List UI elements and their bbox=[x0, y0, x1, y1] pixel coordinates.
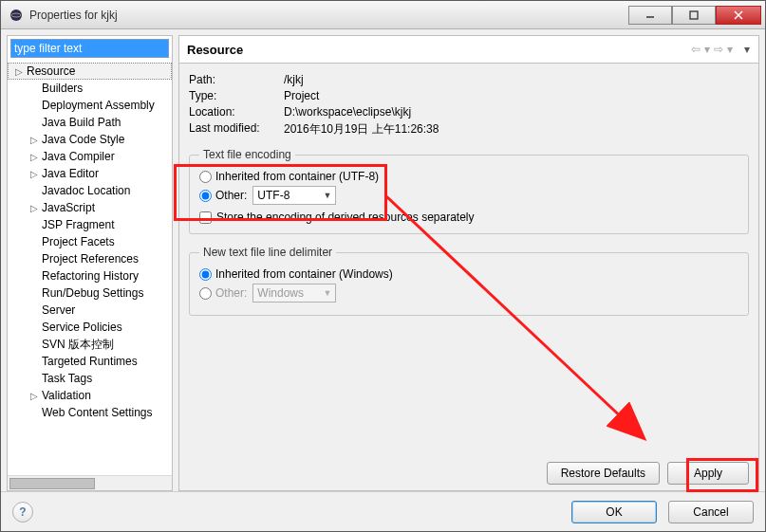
tree-item-label: Refactoring History bbox=[42, 269, 139, 283]
tree-item[interactable]: Project References bbox=[8, 250, 172, 267]
chevron-down-icon: ▼ bbox=[323, 288, 331, 298]
encoding-legend: Text file encoding bbox=[199, 148, 295, 161]
minimize-button[interactable] bbox=[628, 6, 672, 25]
chevron-down-icon: ▼ bbox=[323, 191, 331, 200]
tree-item-label: Resource bbox=[27, 64, 75, 78]
delimiter-select-value: Windows bbox=[257, 286, 304, 300]
tree-item[interactable]: JSP Fragment bbox=[8, 216, 172, 233]
window-controls bbox=[628, 6, 761, 25]
category-sidebar: ▷ResourceBuildersDeployment AssemblyJava… bbox=[7, 35, 173, 491]
twisty-icon: ▷ bbox=[13, 66, 25, 77]
delimiter-group: New text file line delimiter Inherited f… bbox=[189, 246, 749, 316]
location-label: Location: bbox=[189, 105, 284, 119]
store-derived-label: Store the encoding of derived resources … bbox=[216, 211, 475, 224]
tree-item[interactable]: Server bbox=[8, 302, 172, 319]
tree-item-label: Deployment Assembly bbox=[42, 99, 155, 112]
dialog-footer: ? OK Cancel bbox=[1, 491, 765, 531]
twisty-icon: ▷ bbox=[28, 169, 40, 179]
encoding-group: Text file encoding Inherited from contai… bbox=[189, 148, 749, 234]
panel-menu-icon[interactable]: ▾ bbox=[743, 43, 751, 56]
window-title: Properties for kjkj bbox=[29, 9, 628, 22]
tree-item[interactable]: ▷Validation bbox=[8, 387, 172, 404]
forward-icon[interactable]: ⇨ bbox=[713, 43, 724, 56]
panel-body: Path:/kjkj Type:Project Location:D:\work… bbox=[178, 64, 759, 491]
tree-item-label: Java Editor bbox=[42, 167, 99, 180]
close-button[interactable] bbox=[716, 6, 761, 25]
tree-item-label: Service Policies bbox=[42, 321, 122, 334]
tree-item[interactable]: Refactoring History bbox=[8, 267, 172, 284]
tree-item[interactable]: Javadoc Location bbox=[8, 182, 172, 199]
path-value: /kjkj bbox=[284, 73, 304, 86]
tree-item-label: Server bbox=[42, 303, 75, 317]
location-value: D:\workspace\eclipse\kjkj bbox=[284, 105, 411, 119]
panel-header: Resource ⇦ ▾ ⇨ ▾ ▾ bbox=[178, 35, 759, 64]
twisty-icon: ▷ bbox=[28, 135, 40, 145]
forward-menu-icon[interactable]: ▾ bbox=[726, 43, 734, 56]
apply-button[interactable]: Apply bbox=[667, 462, 749, 485]
delimiter-legend: New text file line delimiter bbox=[199, 246, 336, 259]
encoding-select[interactable]: UTF-8 ▼ bbox=[252, 186, 336, 205]
back-menu-icon[interactable]: ▾ bbox=[703, 43, 711, 56]
tree-item[interactable]: Java Build Path bbox=[8, 114, 172, 131]
tree-item[interactable]: ▷Resource bbox=[8, 63, 172, 80]
svg-rect-3 bbox=[690, 11, 698, 19]
delimiter-inherited-label: Inherited from container (Windows) bbox=[215, 267, 393, 281]
tree-item[interactable]: Project Facets bbox=[8, 233, 172, 250]
panel-nav-icons: ⇦ ▾ ⇨ ▾ ▾ bbox=[690, 43, 751, 56]
tree-item-label: SVN 版本控制 bbox=[42, 337, 114, 353]
tree-item[interactable]: Web Content Settings bbox=[8, 404, 172, 421]
tree-item-label: Builders bbox=[42, 82, 83, 95]
tree-item[interactable]: Deployment Assembly bbox=[8, 97, 172, 114]
tree-item[interactable]: Task Tags bbox=[8, 370, 172, 387]
tree-item[interactable]: SVN 版本控制 bbox=[8, 336, 172, 353]
properties-dialog: Properties for kjkj ▷ResourceBuildersDep… bbox=[0, 0, 766, 532]
horizontal-scrollbar[interactable] bbox=[8, 475, 172, 490]
category-tree[interactable]: ▷ResourceBuildersDeployment AssemblyJava… bbox=[8, 61, 172, 475]
filter-input[interactable] bbox=[10, 39, 169, 58]
ok-button[interactable]: OK bbox=[571, 501, 657, 523]
titlebar: Properties for kjkj bbox=[1, 1, 765, 29]
restore-defaults-button[interactable]: Restore Defaults bbox=[547, 462, 660, 485]
tree-item[interactable]: ▷Java Editor bbox=[8, 165, 172, 182]
tree-item[interactable]: ▷JavaScript bbox=[8, 199, 172, 216]
delimiter-other-radio[interactable] bbox=[199, 287, 212, 300]
tree-item-label: Web Content Settings bbox=[42, 406, 153, 419]
back-icon[interactable]: ⇦ bbox=[690, 43, 701, 56]
twisty-icon: ▷ bbox=[28, 203, 40, 213]
encoding-inherited-radio[interactable] bbox=[199, 171, 212, 183]
dialog-body: ▷ResourceBuildersDeployment AssemblyJava… bbox=[1, 29, 765, 491]
panel-heading: Resource bbox=[187, 43, 690, 57]
tree-item-label: Javadoc Location bbox=[42, 184, 130, 197]
encoding-other-radio[interactable] bbox=[199, 190, 212, 202]
type-label: Type: bbox=[189, 89, 284, 102]
tree-item[interactable]: Targeted Runtimes bbox=[8, 353, 172, 370]
help-icon[interactable]: ? bbox=[12, 502, 33, 523]
tree-item[interactable]: Builders bbox=[8, 80, 172, 97]
delimiter-other-label: Other: bbox=[215, 286, 247, 300]
tree-item[interactable]: Run/Debug Settings bbox=[8, 284, 172, 302]
tree-item[interactable]: ▷Java Code Style bbox=[8, 131, 172, 148]
encoding-select-value: UTF-8 bbox=[257, 189, 290, 202]
tree-item-label: Task Tags bbox=[42, 372, 92, 385]
eclipse-icon bbox=[9, 8, 24, 23]
tree-item-label: JavaScript bbox=[42, 201, 95, 214]
tree-item-label: Project Facets bbox=[42, 235, 115, 248]
twisty-icon: ▷ bbox=[28, 152, 40, 162]
cancel-button[interactable]: Cancel bbox=[668, 501, 754, 523]
tree-item-label: Project References bbox=[42, 252, 139, 266]
delimiter-select: Windows ▼ bbox=[252, 284, 336, 303]
encoding-inherited-label: Inherited from container (UTF-8) bbox=[215, 170, 379, 183]
resource-panel: Resource ⇦ ▾ ⇨ ▾ ▾ Path:/kjkj Type:Proje… bbox=[178, 35, 759, 491]
tree-item-label: Validation bbox=[42, 389, 91, 402]
tree-item-label: Java Code Style bbox=[42, 133, 124, 146]
maximize-button[interactable] bbox=[672, 6, 716, 25]
tree-item[interactable]: Service Policies bbox=[8, 319, 172, 336]
tree-item-label: Java Compiler bbox=[42, 150, 115, 163]
tree-item-label: Java Build Path bbox=[42, 116, 121, 129]
delimiter-inherited-radio[interactable] bbox=[199, 268, 212, 281]
encoding-other-label: Other: bbox=[215, 189, 247, 202]
tree-item[interactable]: ▷Java Compiler bbox=[8, 148, 172, 165]
twisty-icon: ▷ bbox=[28, 391, 40, 401]
modified-value: 2016年10月19日 上午11:26:38 bbox=[284, 121, 439, 138]
store-derived-checkbox[interactable] bbox=[199, 211, 212, 224]
